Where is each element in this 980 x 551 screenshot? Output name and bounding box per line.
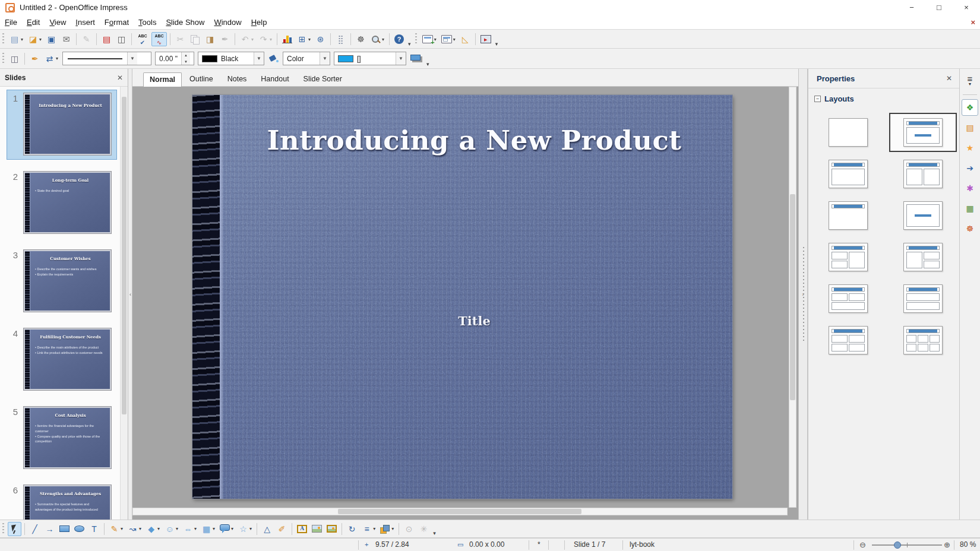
menu-view[interactable]: View	[45, 18, 71, 27]
view-tab-slide-sorter[interactable]: Slide Sorter	[297, 72, 349, 86]
insert-chart-button[interactable]	[280, 32, 294, 46]
line-style-select[interactable]: ▼	[62, 52, 151, 65]
slide-thumbnail[interactable]: Customer Wishes• Describe the customer w…	[24, 250, 111, 312]
stars-button[interactable]: ☆▾	[236, 522, 254, 536]
chevron-down-icon[interactable]: ▾	[213, 526, 215, 531]
sidebar-tab-navigator[interactable]: ☸	[962, 220, 978, 237]
slide-thumbnail[interactable]: Cost Analysis• Itemize the financial adv…	[24, 407, 111, 468]
styles-window-button[interactable]: ◫	[8, 52, 21, 66]
toolbar-grip[interactable]	[2, 33, 4, 45]
print-button[interactable]: ◫	[115, 32, 128, 46]
block-arrows-button[interactable]: ⇔▾	[181, 522, 198, 536]
gallery-button[interactable]	[325, 522, 339, 536]
fill-type-select[interactable]: Color ▼	[283, 52, 330, 65]
menu-edit[interactable]: Edit	[22, 18, 45, 27]
layout-title-6content[interactable]	[889, 321, 957, 360]
layout-title-only[interactable]	[814, 196, 882, 235]
scrollbar-thumb[interactable]	[122, 97, 127, 414]
chevron-down-icon[interactable]: ▾	[270, 37, 272, 42]
sidebar-tab-properties[interactable]: ❖	[962, 99, 978, 116]
view-tab-outline[interactable]: Outline	[183, 72, 220, 86]
layout-title-2content-over-content[interactable]	[814, 279, 882, 318]
zoom-button[interactable]: ▾	[369, 32, 386, 46]
zoom-percentage[interactable]: 80 %	[960, 539, 976, 551]
new-document-button[interactable]: ▤▾	[8, 32, 25, 46]
line-button[interactable]: ✒	[28, 52, 42, 66]
sidebar-tab-slide-transition[interactable]: ➔	[962, 160, 978, 176]
menu-tools[interactable]: Tools	[134, 18, 161, 27]
basic-shapes-button[interactable]: ◆▾	[144, 522, 162, 536]
menu-file[interactable]: File	[0, 18, 22, 27]
undo-button[interactable]: ↶▾	[238, 32, 255, 46]
slide-show-start-button[interactable]	[479, 32, 493, 46]
chevron-down-icon[interactable]: ▾	[453, 37, 456, 42]
menu-format[interactable]: Format	[100, 18, 134, 27]
slide-editing-area[interactable]: Introducing a New Product Title	[192, 95, 732, 499]
insert-table-button[interactable]: ⊞▾	[295, 32, 312, 46]
line-width-stepper[interactable]: 0.00 " ▲▼	[155, 52, 194, 65]
menu-window[interactable]: Window	[209, 18, 246, 27]
slide-thumbnail-item-4[interactable]: 4Fulfilling Customer Needs• Describe the…	[0, 327, 119, 397]
export-pdf-button[interactable]: ▤	[100, 32, 113, 46]
chevron-down-icon[interactable]: ▾	[308, 37, 311, 42]
scrollbar-thumb[interactable]	[338, 509, 581, 514]
zoom-in-button[interactable]: ⊕	[944, 539, 950, 551]
close-button[interactable]: ×	[953, 0, 980, 15]
slide-thumbnail-item-2[interactable]: 2Long-term Goal• State the desired goal	[0, 170, 119, 240]
chevron-down-icon[interactable]: ▼	[396, 52, 406, 65]
navigator-button[interactable]: ☸	[354, 32, 368, 46]
edit-points-button[interactable]: △	[260, 522, 274, 536]
layout-blank[interactable]	[814, 113, 882, 152]
stepper-down-icon[interactable]: ▼	[182, 59, 190, 65]
menu-insert[interactable]: Insert	[71, 18, 100, 27]
properties-close-icon[interactable]: ✕	[946, 74, 952, 83]
slides-panel-close-icon[interactable]: ✕	[117, 74, 123, 82]
area-fill-button[interactable]	[267, 52, 280, 66]
arrange-button[interactable]: ▾	[378, 522, 396, 536]
save-button[interactable]: ▣	[45, 32, 58, 46]
auto-spellcheck-button[interactable]: ABC∿	[151, 32, 167, 46]
layout-centered-text[interactable]	[889, 196, 957, 235]
email-button[interactable]: ✉	[59, 32, 73, 46]
sidebar-splitter[interactable]: ›	[798, 69, 808, 520]
format-paintbrush-button[interactable]: ✒	[218, 32, 232, 46]
open-button[interactable]: ◪▾	[26, 32, 43, 46]
glue-points-button[interactable]: ✐	[275, 522, 289, 536]
toolbar-grip[interactable]	[415, 33, 417, 45]
chevron-down-icon[interactable]: ▾	[39, 37, 42, 42]
ellipse-button[interactable]	[72, 522, 86, 536]
shadow-button[interactable]	[409, 52, 424, 66]
chevron-down-icon[interactable]: ▾	[251, 37, 254, 42]
slide-thumbnail-item-1[interactable]: 1Introducing a New Product	[0, 91, 119, 162]
minimize-button[interactable]: −	[898, 0, 925, 15]
help-button[interactable]: ?	[393, 32, 406, 46]
chevron-down-icon[interactable]: ▾	[194, 526, 197, 531]
slide-thumbnail-item-3[interactable]: 3Customer Wishes• Describe the customer …	[0, 248, 119, 318]
custom-animation-effect-button[interactable]: ✳	[417, 522, 431, 536]
menu-slide-show[interactable]: Slide Show	[161, 18, 209, 27]
toolbar-overflow-icon[interactable]: ▾	[406, 41, 413, 47]
fontwork-gallery-button[interactable]: A	[295, 522, 309, 536]
cut-button[interactable]: ✂	[173, 32, 187, 46]
toolbar-grip[interactable]	[2, 523, 4, 535]
line-ends-with-arrow-button[interactable]: →	[43, 522, 56, 536]
slide-thumbnail[interactable]: Long-term Goal• State the desired goal	[24, 172, 111, 233]
new-slide-button[interactable]: +▾	[421, 32, 438, 46]
stepper-up-icon[interactable]: ▲	[182, 52, 190, 59]
toolbar-overflow-icon[interactable]: ▾	[431, 530, 438, 536]
rotate-button[interactable]: ↻	[345, 522, 359, 536]
paste-button[interactable]: ◨	[203, 32, 217, 46]
chevron-down-icon[interactable]: ▾	[21, 37, 23, 42]
arrow-style-button[interactable]: ⇄▾	[43, 52, 60, 66]
slide-design-button[interactable]: ◺	[459, 32, 472, 46]
chevron-down-icon[interactable]: ▾	[391, 526, 394, 531]
flowchart-button[interactable]: ▦▾	[200, 522, 217, 536]
chevron-down-icon[interactable]: ▾	[121, 526, 123, 531]
layout-title-content[interactable]	[889, 113, 957, 152]
slide-thumbnail[interactable]: Fulfilling Customer Needs• Describe the …	[24, 328, 111, 390]
layout-title-content-over-content[interactable]	[889, 279, 957, 318]
view-tab-handout[interactable]: Handout	[254, 72, 295, 86]
chevron-down-icon[interactable]: ▾	[249, 526, 252, 531]
chevron-down-icon[interactable]: ▼	[320, 52, 330, 65]
slide-thumbnail-item-5[interactable]: 5Cost Analysis• Itemize the financial ad…	[0, 405, 119, 475]
